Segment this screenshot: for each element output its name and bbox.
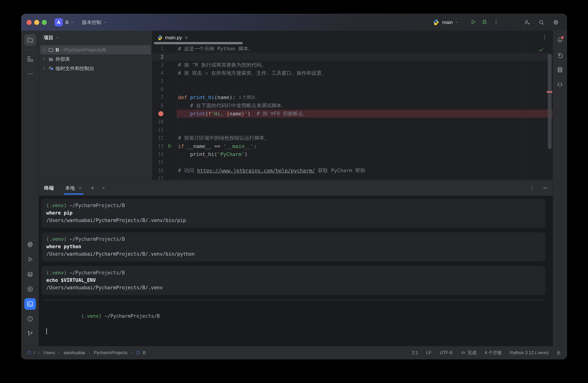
close-window-button[interactable]: [27, 20, 32, 25]
more-tools-button[interactable]: [24, 68, 36, 80]
code-line[interactable]: 8 # 在下面的代码行中使用断点来调试脚本。: [152, 102, 553, 110]
breadcrumb-item[interactable]: Users: [43, 350, 55, 355]
user-plus-icon[interactable]: [524, 19, 530, 25]
gutter[interactable]: 17: [152, 175, 177, 180]
vcs-menu[interactable]: 版本控制: [82, 19, 107, 26]
terminal-tab-local[interactable]: 本地: [64, 180, 84, 196]
code-line[interactable]: 11: [152, 126, 553, 134]
gutter[interactable]: 3: [152, 61, 177, 69]
terminal-command-block[interactable]: (.venv) ~/PycharmProjects/Bwhere python/…: [42, 233, 545, 261]
remote-dev-button[interactable]: [554, 79, 566, 90]
indent-widget[interactable]: 4 个空格: [485, 350, 502, 356]
tab-bar-scrollbar[interactable]: [154, 42, 243, 44]
project-tool-button[interactable]: [24, 34, 36, 46]
code-line[interactable]: 10: [152, 118, 553, 126]
code-text[interactable]: # 访问 https://www.jetbrains.com/help/pych…: [177, 166, 553, 175]
gutter[interactable]: 8: [152, 102, 177, 110]
code-area[interactable]: 1# 这是一个示例 Python 脚本。23# 按 ^R 执行或将其替换为您的代…: [152, 45, 553, 180]
gutter[interactable]: 14: [152, 150, 177, 158]
tree-row[interactable]: B ~/PycharmProjects/B: [40, 45, 151, 54]
python-console-button[interactable]: [24, 283, 36, 295]
breadcrumb-item[interactable]: wanhuabai: [63, 350, 85, 355]
tree-row[interactable]: 临时文件和控制台: [40, 64, 151, 73]
caret-position-widget[interactable]: 2:1: [412, 350, 418, 355]
usages-inlay-hint[interactable]: 1 个用法: [235, 94, 255, 100]
search-icon[interactable]: [538, 19, 545, 25]
code-line[interactable]: 1# 这是一个示例 Python 脚本。: [152, 45, 553, 53]
new-terminal-tab-icon[interactable]: [90, 185, 95, 191]
gutter[interactable]: 4: [152, 69, 177, 77]
code-text[interactable]: [177, 77, 553, 85]
code-line[interactable]: 5: [152, 77, 553, 85]
chevron-down-icon[interactable]: [455, 20, 459, 24]
code-text[interactable]: [177, 126, 553, 134]
code-text[interactable]: # 按装订区域中的绿色按钮以运行脚本。: [177, 134, 553, 142]
database-tool-button[interactable]: [554, 64, 566, 75]
code-text[interactable]: [177, 158, 553, 167]
error-stripe-mark[interactable]: [547, 91, 552, 93]
python-packages-button[interactable]: [24, 239, 36, 250]
gear-icon[interactable]: [553, 19, 559, 25]
breadcrumb-item[interactable]: /: [27, 350, 35, 355]
chevron-right-icon[interactable]: [42, 66, 46, 70]
terminal-command-block[interactable]: (.venv) ~/PycharmProjects/Bwhere pip/Use…: [42, 199, 545, 228]
code-link[interactable]: https://www.jetbrains.com/help/pycharm/: [197, 168, 315, 173]
gutter[interactable]: 12: [152, 134, 177, 142]
hide-terminal-icon[interactable]: [542, 185, 548, 191]
gutter[interactable]: 10: [152, 118, 177, 126]
code-text[interactable]: def print_hi(name):1 个用法: [177, 93, 553, 102]
chevron-right-icon[interactable]: [42, 48, 46, 52]
kebab-icon[interactable]: [493, 19, 499, 25]
gutter[interactable]: 5: [152, 77, 177, 85]
interpreter-widget[interactable]: Python 3.12 (.venv): [510, 350, 549, 355]
line-separator-widget[interactable]: LF: [426, 350, 432, 355]
gutter[interactable]: 13: [152, 142, 177, 150]
chevron-right-icon[interactable]: [42, 57, 46, 61]
code-line[interactable]: 14 print_hi('PyCharm'): [152, 150, 553, 158]
gutter[interactable]: 11: [152, 126, 177, 134]
terminal-command-block[interactable]: (.venv) ~/PycharmProjects/Becho $VIRTUAL…: [42, 266, 545, 295]
code-text[interactable]: # 按 ^R 执行或将其替换为您的代码。: [177, 61, 553, 69]
gutter[interactable]: 7: [152, 93, 177, 102]
code-text[interactable]: print_hi('PyCharm'): [177, 150, 553, 158]
editor-options-kebab-icon[interactable]: [542, 34, 548, 40]
gutter[interactable]: 6: [152, 85, 177, 93]
problems-tool-button[interactable]: [24, 313, 36, 325]
lock-open-icon[interactable]: [556, 350, 561, 355]
close-tab-icon[interactable]: [184, 36, 189, 40]
code-line[interactable]: 4# 按 双击 ⇧ 在所有地方搜索类、文件、工具窗口、操作和设置。: [152, 69, 553, 77]
zoom-window-button[interactable]: [42, 20, 47, 25]
terminal-output[interactable]: (.venv) ~/PycharmProjects/Bwhere pip/Use…: [39, 196, 553, 346]
code-text[interactable]: print(f'Hi, {name}') # 按 ⌘F8 切换断点。: [177, 110, 553, 118]
notifications-button[interactable]: [554, 34, 566, 46]
run-config-label[interactable]: main: [442, 20, 453, 25]
ai-assistant-button[interactable]: [554, 49, 566, 61]
code-line[interactable]: 16# 访问 https://www.jetbrains.com/help/py…: [152, 166, 553, 175]
terminal-type-chevron-icon[interactable]: [101, 186, 106, 190]
code-line[interactable]: 3# 按 ^R 执行或将其替换为您的代码。: [152, 61, 553, 69]
debug-icon[interactable]: [481, 19, 488, 25]
editor-scrollbar[interactable]: [548, 54, 552, 149]
code-completion-widget[interactable]: 完成: [461, 350, 477, 356]
tree-row[interactable]: 外部库: [40, 54, 151, 64]
structure-tool-button[interactable]: [24, 53, 36, 65]
code-line[interactable]: 17: [152, 175, 553, 180]
code-line[interactable]: 13if __name__ == '__main__':: [152, 142, 553, 150]
services-tool-button[interactable]: [24, 269, 36, 280]
code-line[interactable]: 15: [152, 158, 553, 167]
minimize-window-button[interactable]: [34, 20, 39, 25]
code-text[interactable]: # 这是一个示例 Python 脚本。: [177, 45, 553, 53]
terminal-prompt[interactable]: (.venv) ~/PycharmProjects/B: [42, 305, 545, 342]
gutter[interactable]: 1: [152, 45, 177, 53]
code-text[interactable]: [177, 118, 553, 126]
close-terminal-tab-icon[interactable]: [78, 186, 82, 190]
code-text[interactable]: if __name__ == '__main__':: [177, 142, 553, 150]
code-text[interactable]: [177, 175, 553, 180]
project-switcher[interactable]: B: [65, 20, 75, 25]
breadcrumb-item[interactable]: B: [136, 350, 146, 355]
version-control-tool-button[interactable]: [24, 328, 36, 340]
code-line[interactable]: 12# 按装订区域中的绿色按钮以运行脚本。: [152, 134, 553, 142]
encoding-widget[interactable]: UTF-8: [440, 350, 452, 355]
terminal-tool-button[interactable]: [24, 298, 36, 310]
code-line[interactable]: print(f'Hi, {name}') # 按 ⌘F8 切换断点。: [152, 110, 553, 118]
